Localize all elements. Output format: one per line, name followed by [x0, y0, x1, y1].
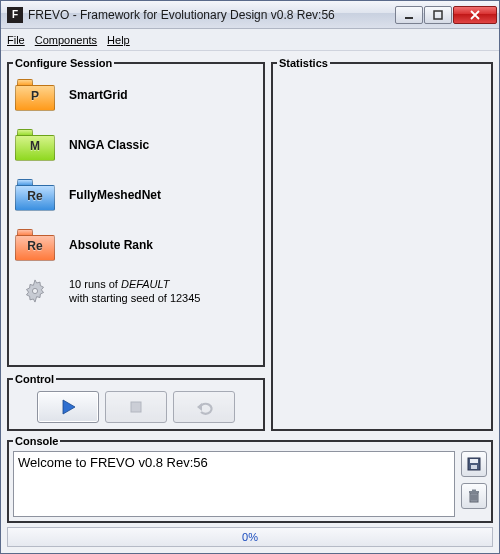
- session-item-ranking[interactable]: Re Absolute Rank: [13, 223, 259, 273]
- menu-help[interactable]: Help: [107, 34, 130, 46]
- folder-icon: Re: [15, 229, 55, 261]
- folder-icon: M: [15, 129, 55, 161]
- minimize-button[interactable]: [395, 6, 423, 24]
- statistics-panel: Statistics: [271, 57, 493, 431]
- session-item-label: SmartGrid: [69, 88, 128, 102]
- session-item-problem[interactable]: P SmartGrid: [13, 73, 259, 123]
- menu-file[interactable]: File: [7, 34, 25, 46]
- close-button[interactable]: [453, 6, 497, 24]
- control-panel: Control: [7, 373, 265, 431]
- svg-rect-4: [131, 402, 141, 412]
- svg-rect-0: [405, 17, 413, 19]
- menu-components[interactable]: Components: [35, 34, 97, 46]
- play-button[interactable]: [37, 391, 99, 423]
- configure-session-panel: Configure Session P SmartGrid M: [7, 57, 265, 367]
- session-item-label: FullyMeshedNet: [69, 188, 161, 202]
- svg-rect-7: [471, 465, 477, 469]
- folder-icon: P: [15, 79, 55, 111]
- svg-rect-10: [472, 490, 476, 492]
- trash-icon: [466, 488, 482, 504]
- app-icon: F: [7, 7, 23, 23]
- session-runs[interactable]: 10 runs of DEFAULT with starting seed of…: [13, 273, 259, 309]
- statistics-title: Statistics: [277, 57, 330, 69]
- configure-session-title: Configure Session: [13, 57, 114, 69]
- titlebar[interactable]: F FREVO - Framework for Evolutionary Des…: [1, 1, 499, 29]
- save-console-button[interactable]: [461, 451, 487, 477]
- menubar: File Components Help: [1, 29, 499, 51]
- control-title: Control: [13, 373, 56, 385]
- progress-text: 0%: [242, 531, 258, 543]
- session-item-label: Absolute Rank: [69, 238, 153, 252]
- svg-point-3: [32, 288, 37, 293]
- stop-button[interactable]: [105, 391, 167, 423]
- maximize-button[interactable]: [424, 6, 452, 24]
- svg-rect-6: [470, 459, 478, 463]
- console-output[interactable]: Welcome to FREVO v0.8 Rev:56: [13, 451, 455, 517]
- console-title: Console: [13, 435, 60, 447]
- save-icon: [466, 456, 482, 472]
- gear-icon: [15, 277, 55, 305]
- content-area: Configure Session P SmartGrid M: [1, 51, 499, 553]
- folder-icon: Re: [15, 179, 55, 211]
- session-item-representation[interactable]: Re FullyMeshedNet: [13, 173, 259, 223]
- window-title: FREVO - Framework for Evolutionary Desig…: [28, 8, 395, 22]
- clear-console-button[interactable]: [461, 483, 487, 509]
- session-item-method[interactable]: M NNGA Classic: [13, 123, 259, 173]
- console-panel: Console Welcome to FREVO v0.8 Rev:56: [7, 435, 493, 523]
- app-window: F FREVO - Framework for Evolutionary Des…: [0, 0, 500, 554]
- progress-bar: 0%: [7, 527, 493, 547]
- session-item-label: NNGA Classic: [69, 138, 149, 152]
- undo-button[interactable]: [173, 391, 235, 423]
- svg-rect-1: [434, 11, 442, 19]
- runs-text: 10 runs of DEFAULT with starting seed of…: [69, 277, 200, 305]
- window-controls: [395, 6, 497, 24]
